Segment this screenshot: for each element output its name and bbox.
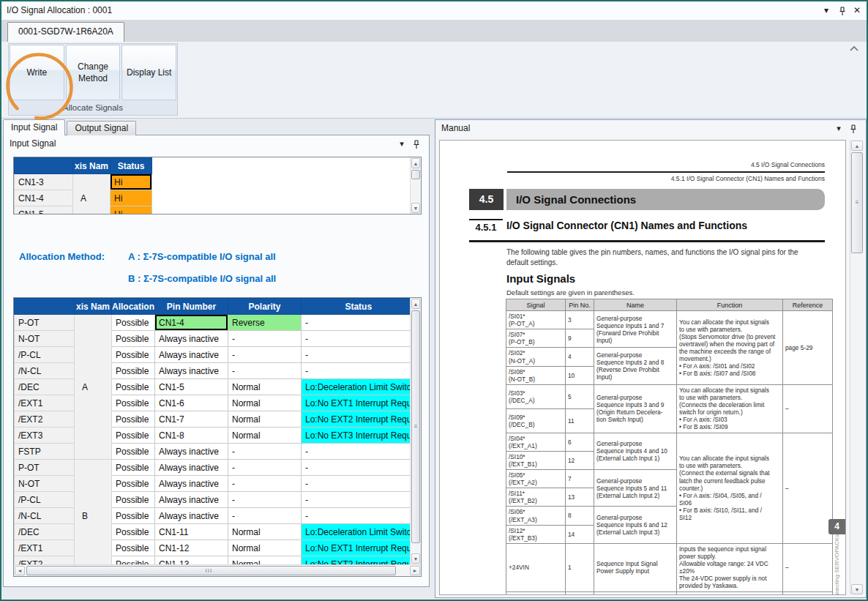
status-cell[interactable]: Lo:Deceleration Limit Switc	[302, 379, 416, 395]
tab-output-signal[interactable]: Output Signal	[67, 121, 136, 135]
chapter-tab[interactable]: 4	[828, 519, 845, 534]
status-cell[interactable]: Lo:No EXT1 Interrupt Requ	[302, 395, 416, 411]
status-cell[interactable]: -	[302, 315, 416, 331]
write-button[interactable]: Write	[10, 45, 64, 100]
pin-number-cell[interactable]: CN1-11	[155, 524, 228, 540]
window-pin-icon[interactable]	[836, 4, 849, 16]
manual-cell: 13	[566, 488, 594, 507]
pin-number-cell[interactable]: Always inactive	[155, 363, 228, 379]
status-cell[interactable]: -	[302, 508, 416, 524]
status-cell[interactable]: Hi	[111, 206, 152, 215]
pin-number-cell[interactable]: Always inactive	[155, 476, 228, 492]
polarity-cell[interactable]: -	[228, 331, 302, 347]
allocation-cell: Possible	[112, 476, 155, 492]
polarity-cell[interactable]: -	[228, 508, 302, 524]
document-tab[interactable]: 0001-SGD7W-1R6A20A	[7, 22, 124, 42]
pin-number-cell[interactable]: CN1-6	[155, 395, 228, 411]
status-cell[interactable]: -	[302, 460, 416, 476]
signal-name-cell: /EXT1	[15, 395, 75, 411]
tab-input-signal[interactable]: Input Signal	[3, 119, 65, 135]
pin-number-cell[interactable]: Always inactive	[155, 444, 228, 460]
polarity-cell[interactable]: -	[228, 363, 302, 379]
pin-number-cell[interactable]: Always inactive	[155, 460, 228, 476]
pin-number-cell[interactable]: CN1-5	[155, 379, 228, 395]
status-cell[interactable]: Lo:No EXT2 Interrupt Requ	[302, 411, 416, 428]
up-arrow-icon[interactable]: ▲	[411, 158, 420, 168]
status-cell[interactable]: Lo:No EXT1 Interrupt Requ	[302, 540, 416, 556]
running-header-line1: 4.5 I/O Signal Connections	[751, 161, 825, 168]
status-cell[interactable]: Hi	[111, 190, 152, 206]
vertical-scrollbar-thumb[interactable]	[411, 170, 420, 179]
down-arrow-icon[interactable]: ▼	[411, 203, 420, 213]
up-arrow-icon[interactable]: ▲	[851, 141, 863, 151]
panel-pin-icon[interactable]	[410, 138, 423, 149]
status-cell[interactable]: Lo:Deceleration Limit Switc	[302, 524, 416, 540]
polarity-cell[interactable]: -	[228, 492, 302, 508]
allocation-grid-vscrollbar[interactable]: ▲ ≡ ▼	[410, 298, 421, 564]
allocation-grid-hscrollbar[interactable]: ◄ III ►	[14, 564, 421, 576]
pin-number-cell[interactable]: CN1-12	[155, 540, 228, 556]
running-header-rule	[507, 171, 825, 173]
polarity-cell[interactable]: Reverse	[228, 315, 302, 331]
pin-number-cell[interactable]: CN1-7	[155, 411, 228, 428]
panel-pin-icon[interactable]	[847, 122, 860, 134]
manual-cell: page 5-29	[783, 311, 833, 385]
allocation-cell: Possible	[112, 395, 155, 411]
polarity-cell[interactable]: -	[228, 460, 302, 476]
panel-dropdown-icon[interactable]: ▾	[395, 138, 408, 149]
up-arrow-icon[interactable]: ▲	[411, 299, 420, 309]
column-header: Status	[111, 158, 152, 174]
pin-number-cell[interactable]: Always inactive	[155, 331, 228, 347]
right-arrow-icon[interactable]: ►	[410, 566, 420, 575]
pin-number-cell[interactable]: CN1-8	[155, 428, 228, 444]
input-signals-heading: Input Signals	[506, 272, 575, 285]
status-cell[interactable]: -	[302, 444, 416, 460]
status-cell[interactable]: -	[302, 331, 416, 347]
status-cell[interactable]: -	[302, 492, 416, 508]
allocation-cell: Possible	[112, 492, 155, 508]
signal-name-cell: /EXT2	[15, 411, 75, 428]
ribbon-group-label: Allocate Signals	[9, 100, 177, 115]
status-cell[interactable]: Hi	[111, 174, 152, 190]
polarity-cell[interactable]: -	[228, 476, 302, 492]
manual-cell: General-purpose Sequence Inputs 1 and 7 …	[594, 311, 677, 348]
status-grid-scrollbar[interactable]: ▲ ▼	[410, 157, 421, 214]
change-method-button[interactable]: Change Method	[66, 45, 121, 100]
ribbon-collapse-button[interactable]	[846, 44, 862, 57]
down-arrow-icon[interactable]: ▼	[851, 584, 863, 594]
pin-number-cell[interactable]: CN1-4	[155, 315, 228, 331]
signal-name-cell: FSTP	[15, 444, 75, 460]
pin-number-cell[interactable]: Always inactive	[155, 492, 228, 508]
allocation-row: P-OTAPossibleCN1-4Reverse-	[15, 315, 416, 331]
display-list-button[interactable]: Display List	[121, 45, 176, 100]
window-close-icon[interactable]: ✕	[850, 4, 864, 16]
polarity-cell[interactable]: Normal	[228, 428, 302, 444]
status-cell[interactable]: -	[302, 347, 416, 363]
manual-scrollbar[interactable]: ▲ ≡ ▼	[850, 140, 864, 595]
window-dropdown-icon[interactable]: ▾	[820, 4, 833, 16]
horizontal-scrollbar-thumb[interactable]: III	[26, 566, 396, 575]
polarity-cell[interactable]: Normal	[228, 524, 302, 540]
down-arrow-icon[interactable]: ▼	[411, 553, 420, 564]
status-cell[interactable]: -	[302, 363, 416, 379]
polarity-cell[interactable]: Normal	[228, 540, 302, 556]
signal-name-cell: /P-CL	[15, 347, 75, 363]
status-cell[interactable]: -	[302, 476, 416, 492]
status-cell[interactable]: Lo:No EXT3 Interrupt Requ	[302, 428, 416, 444]
polarity-cell[interactable]: Normal	[228, 379, 302, 395]
polarity-cell[interactable]: -	[228, 347, 302, 363]
column-header: Polarity	[228, 299, 302, 315]
polarity-cell[interactable]: Normal	[228, 411, 302, 428]
pin-number-cell[interactable]: Always inactive	[155, 347, 228, 363]
manual-cell: 17	[566, 591, 594, 595]
pin-number-cell[interactable]: Always inactive	[155, 508, 228, 524]
left-arrow-icon[interactable]: ◄	[15, 566, 25, 575]
vertical-scrollbar-thumb[interactable]: ≡	[851, 152, 863, 253]
manual-cell: Battery for Absolute Encoder (+)	[594, 591, 677, 595]
signal-name-cell: N-OT	[15, 331, 75, 347]
panel-dropdown-icon[interactable]: ▾	[832, 122, 845, 134]
polarity-cell[interactable]: -	[228, 444, 302, 460]
column-header: Pin Number	[155, 299, 228, 315]
polarity-cell[interactable]: Normal	[228, 395, 302, 411]
vertical-scrollbar-thumb[interactable]: ≡	[411, 310, 420, 543]
